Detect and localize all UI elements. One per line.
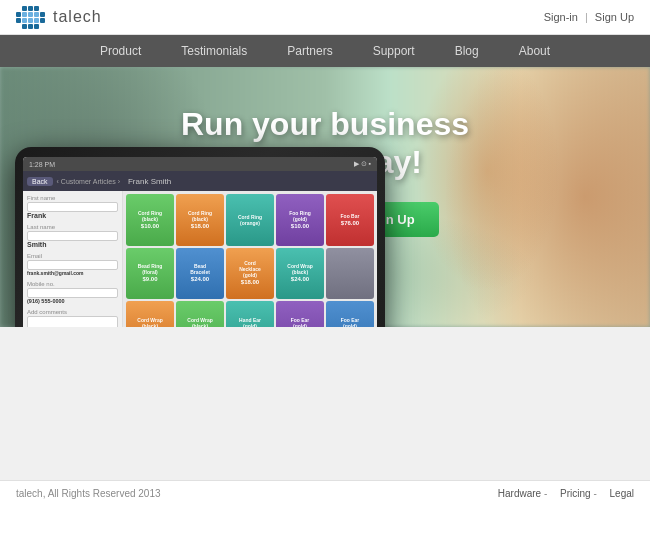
- tablet-mockup: 1:28 PM ▶ ⊙ ▪ Back ‹ Customer Articles ›…: [15, 147, 385, 327]
- tablet-back-btn[interactable]: Back: [27, 177, 53, 186]
- footer-links: Hardware - Pricing - Legal: [488, 488, 634, 499]
- tablet-screen: 1:28 PM ▶ ⊙ ▪ Back ‹ Customer Articles ›…: [23, 157, 377, 327]
- mobile-field: Mobile no. (916) 555-0000: [27, 281, 118, 304]
- nav-item-testimonials[interactable]: Testimonials: [161, 35, 267, 67]
- hero-section: Run your business better today! Learn Mo…: [0, 67, 650, 327]
- first-name-input[interactable]: [27, 202, 118, 212]
- footer-link-hardware[interactable]: Hardware: [498, 488, 541, 499]
- main-content: [0, 327, 650, 480]
- pos-btn-6[interactable]: BeadBracelet$24.00: [176, 248, 224, 300]
- last-name-label: Last name: [27, 224, 118, 230]
- footer-link-pricing[interactable]: Pricing: [560, 488, 591, 499]
- pos-btn-7[interactable]: CordNecklace(gold)$18.00: [226, 248, 274, 300]
- pos-btn-13[interactable]: Foo Ear(gold)$22.00: [276, 301, 324, 327]
- tablet-pos-grid: Cord Ring(black)$10.00 Cord Ring(black)$…: [123, 191, 377, 327]
- last-name-field: Last name Smith: [27, 224, 118, 248]
- header: talech Sign-in | Sign Up: [0, 0, 650, 35]
- pos-btn-5[interactable]: Bead Ring(floral)$9.00: [126, 248, 174, 300]
- pos-btn-8[interactable]: Cord Wrap(black)$24.00: [276, 248, 324, 300]
- footer-sep-2: -: [593, 488, 596, 499]
- signup-link[interactable]: Sign Up: [595, 11, 634, 23]
- mobile-value: (916) 555-0000: [27, 298, 118, 304]
- header-auth-links: Sign-in | Sign Up: [544, 11, 634, 23]
- tablet-status-bar: 1:28 PM ▶ ⊙ ▪: [23, 157, 377, 171]
- signin-link[interactable]: Sign-in: [544, 11, 578, 23]
- tablet-icons: ▶ ⊙ ▪: [354, 160, 371, 168]
- nav-item-support[interactable]: Support: [353, 35, 435, 67]
- comments-field: Add comments: [27, 309, 118, 327]
- tablet-prev-icon: ‹ Customer Articles ›: [57, 178, 120, 185]
- logo-icon: [16, 6, 45, 29]
- comments-label: Add comments: [27, 309, 118, 315]
- pos-btn-10[interactable]: Cord Wrap(black)$28.00: [126, 301, 174, 327]
- pos-btn-0[interactable]: Cord Ring(black)$10.00: [126, 194, 174, 246]
- tablet-left-panel: First name Frank Last name Smith Email: [23, 191, 123, 327]
- nav-item-blog[interactable]: Blog: [435, 35, 499, 67]
- footer-sep-1: -: [544, 488, 547, 499]
- first-name-label: First name: [27, 195, 118, 201]
- email-field: Email frank.smith@gmail.com: [27, 253, 118, 276]
- pos-btn-14[interactable]: Foo Ear(gold)$28.00: [326, 301, 374, 327]
- first-name-field: First name Frank: [27, 195, 118, 219]
- tablet-device: 1:28 PM ▶ ⊙ ▪ Back ‹ Customer Articles ›…: [15, 147, 385, 327]
- email-value: frank.smith@gmail.com: [27, 270, 118, 276]
- main-nav: Product Testimonials Partners Support Bl…: [0, 35, 650, 67]
- nav-item-about[interactable]: About: [499, 35, 570, 67]
- footer-copyright: talech, All Rights Reserved 2013: [16, 488, 161, 499]
- mobile-input[interactable]: [27, 288, 118, 298]
- first-name-value: Frank: [27, 212, 118, 219]
- last-name-value: Smith: [27, 241, 118, 248]
- pos-btn-4[interactable]: Foo Bar$76.00: [326, 194, 374, 246]
- pos-btn-2[interactable]: Cord Ring(orange): [226, 194, 274, 246]
- logo-area: talech: [16, 6, 102, 29]
- comments-input[interactable]: [27, 316, 118, 327]
- pos-btn-1[interactable]: Cord Ring(black)$18.00: [176, 194, 224, 246]
- nav-item-product[interactable]: Product: [80, 35, 161, 67]
- pos-btn-3[interactable]: Foo Ring(gold)$10.00: [276, 194, 324, 246]
- pos-btn-9[interactable]: [326, 248, 374, 300]
- footer: talech, All Rights Reserved 2013 Hardwar…: [0, 480, 650, 505]
- email-label: Email: [27, 253, 118, 259]
- pos-btn-12[interactable]: Hand Ear(gold)$14.00: [226, 301, 274, 327]
- footer-link-legal[interactable]: Legal: [610, 488, 634, 499]
- mobile-label: Mobile no.: [27, 281, 118, 287]
- nav-item-partners[interactable]: Partners: [267, 35, 352, 67]
- tablet-customer-name: Frank Smith: [128, 177, 171, 186]
- pos-btn-11[interactable]: Cord Wrap(black)$24.00: [176, 301, 224, 327]
- email-input[interactable]: [27, 260, 118, 270]
- tablet-time: 1:28 PM: [29, 161, 55, 168]
- tablet-content: First name Frank Last name Smith Email: [23, 191, 377, 327]
- logo-text: talech: [53, 8, 102, 26]
- last-name-input[interactable]: [27, 231, 118, 241]
- tablet-nav-bar: Back ‹ Customer Articles › Frank Smith: [23, 171, 377, 191]
